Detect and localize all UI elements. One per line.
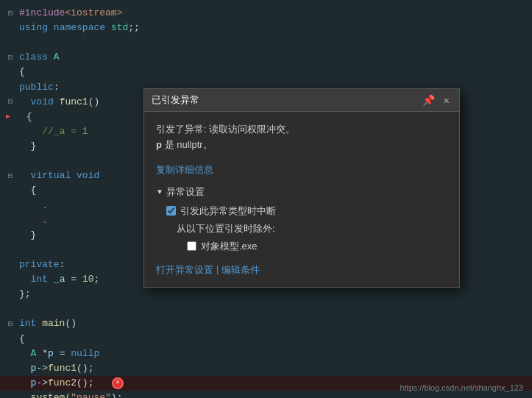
open-settings-link[interactable]: 打开异常设置 [156, 263, 213, 277]
sub-label: 从以下位置引发时除外: [177, 223, 275, 234]
code-line-22: ⊟ int main() [0, 316, 532, 331]
code-line-21 [0, 302, 532, 316]
line-content-5: { [15, 65, 25, 79]
code-line-23: { [0, 332, 532, 347]
collapse-icon-7[interactable]: ⊟ [6, 96, 15, 108]
dialog-titlebar: 已引发异常 📌 ✕ [144, 89, 459, 112]
collapse-icon-22[interactable]: ⊟ [6, 318, 15, 330]
code-line-2: using namespace std;; [0, 21, 532, 35]
line-content-24: A *p = nullp [15, 347, 99, 361]
line-content-1: #include<iostream> [15, 6, 122, 21]
line-content-8: { [10, 110, 32, 124]
line-content-20: }; [15, 287, 31, 302]
exception-dialog: 已引发异常 📌 ✕ 引发了异常: 读取访问权限冲突。 p 是 nullptr。 … [143, 88, 460, 288]
dialog-body: 引发了异常: 读取访问权限冲突。 p 是 nullptr。 复制详细信息 ▼ 异… [144, 112, 459, 287]
code-editor: ⊟ #include<iostream> using namespace std… [0, 0, 532, 398]
code-line-1: ⊟ #include<iostream> [0, 6, 532, 21]
break-checkbox[interactable] [166, 206, 176, 216]
line-content-12: virtual void [15, 168, 99, 183]
exe-checkbox-label: 对象模型.exe [201, 240, 258, 253]
collapse-icon-1[interactable]: ⊟ [6, 7, 15, 20]
line-content-26: p->func2(); [15, 376, 93, 391]
section-header: ▼ 异常设置 [156, 185, 447, 199]
dialog-controls: 📌 ✕ [420, 94, 452, 107]
footer-separator: | [216, 263, 219, 277]
line-content-6: public: [15, 80, 60, 95]
code-line-25: p->func1(); [0, 361, 532, 376]
checkbox-row-2: 对象模型.exe [187, 240, 447, 253]
line-content-10: } [15, 139, 36, 154]
line-content-9: //_a = 1 [15, 124, 88, 139]
dialog-footer: 打开异常设置 | 编辑条件 [156, 263, 447, 277]
code-line-20: }; [0, 287, 532, 302]
indent-row: 从以下位置引发时除外: [177, 222, 447, 235]
line-content-25: p->func1(); [15, 361, 93, 376]
collapse-icon-4[interactable]: ⊟ [6, 51, 15, 64]
code-line-5: { [0, 65, 532, 79]
line-content-14: . [15, 199, 48, 213]
close-button[interactable]: ✕ [441, 94, 452, 107]
watermark: https://blog.csdn.net/shanghx_123 [400, 383, 523, 392]
section-triangle: ▼ [156, 188, 163, 196]
line-content-23: { [15, 332, 25, 347]
line-content-7: void func1() [15, 95, 99, 110]
collapse-icon-12[interactable]: ⊟ [6, 170, 15, 182]
dialog-title: 已引发异常 [152, 93, 199, 107]
section-title: 异常设置 [166, 185, 205, 199]
error-indicator [112, 377, 124, 389]
exe-checkbox[interactable] [187, 241, 196, 251]
line-content-15: . [15, 213, 48, 228]
line-content-19: int _a = 10; [15, 272, 99, 287]
checkbox-row-1: 引发此异常类型时中断 [166, 205, 447, 218]
line-content-27: system("pause"); [15, 391, 122, 398]
message-line2: p 是 nullptr。 [156, 139, 213, 150]
line-content-13: { [15, 183, 36, 198]
line-content-4: class A [15, 50, 60, 65]
code-line-24: A *p = nullp [0, 347, 532, 361]
line-content-16: } [15, 228, 36, 243]
message-line1: 引发了异常: 读取访问权限冲突。 [156, 124, 295, 135]
code-line-3 [0, 35, 532, 50]
line-content-2: using namespace std;; [15, 21, 140, 35]
break-checkbox-label: 引发此异常类型时中断 [180, 205, 276, 218]
line-content-18: private: [15, 257, 65, 272]
line-content-22: int main() [15, 316, 77, 331]
pin-button[interactable]: 📌 [420, 94, 437, 107]
code-line-4: ⊟ class A [0, 50, 532, 65]
copy-details-link[interactable]: 复制详细信息 [156, 163, 447, 177]
dialog-message: 引发了异常: 读取访问权限冲突。 p 是 nullptr。 [156, 122, 447, 153]
edit-conditions-link[interactable]: 编辑条件 [221, 263, 260, 277]
